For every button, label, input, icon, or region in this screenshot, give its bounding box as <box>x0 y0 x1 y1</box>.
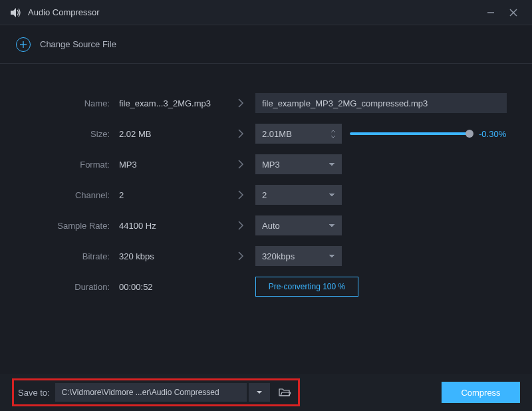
channel-output: 2 <box>262 190 267 200</box>
save-to-group: Save to: C:\Vidmore\Vidmore ...er\Audio … <box>12 378 300 406</box>
sample-rate-label: Sample Rate: <box>20 221 116 231</box>
duration-label: Duration: <box>20 282 116 292</box>
chevron-down-icon <box>329 223 335 227</box>
output-name-input[interactable] <box>255 93 507 113</box>
add-icon <box>16 37 31 52</box>
format-output: MP3 <box>262 160 280 170</box>
bitrate-source: 320 kbps <box>116 251 226 261</box>
bitrate-label: Bitrate: <box>20 251 116 261</box>
folder-icon <box>279 388 291 397</box>
chevron-down-icon <box>329 193 335 197</box>
arrow-icon <box>226 159 255 170</box>
size-label: Size: <box>20 129 116 139</box>
save-path-field[interactable]: C:\Vidmore\Vidmore ...er\Audio Compresse… <box>55 383 247 402</box>
channel-label: Channel: <box>20 190 116 200</box>
row-duration: Duration: 00:00:52 Pre-converting 100 % <box>20 271 512 302</box>
close-button[interactable] <box>504 3 523 22</box>
arrow-icon <box>226 128 255 139</box>
arrow-icon <box>226 98 255 108</box>
format-source: MP3 <box>116 160 226 170</box>
save-path-dropdown[interactable] <box>249 383 270 402</box>
format-label: Format: <box>20 160 116 170</box>
arrow-icon <box>226 220 255 231</box>
app-icon <box>9 8 21 17</box>
chevron-down-icon <box>329 254 335 258</box>
open-folder-button[interactable] <box>275 383 294 402</box>
bitrate-select[interactable]: 320kbps <box>255 246 342 266</box>
title-bar: Audio Compressor <box>0 0 532 25</box>
footer-bar: Save to: C:\Vidmore\Vidmore ...er\Audio … <box>0 374 532 411</box>
arrow-icon <box>226 190 255 200</box>
row-channel: Channel: 2 2 <box>20 180 512 210</box>
sample-rate-select[interactable]: Auto <box>255 215 342 235</box>
settings-form: Name: file_exam...3_2MG.mp3 Size: 2.02 M… <box>0 64 532 302</box>
size-source: 2.02 MB <box>116 129 226 139</box>
name-label: Name: <box>20 98 116 108</box>
stepper-up-icon[interactable] <box>329 129 338 133</box>
slider-knob[interactable] <box>466 130 473 138</box>
size-slider[interactable] <box>350 132 469 135</box>
app-title: Audio Compressor <box>28 7 100 17</box>
name-source: file_exam...3_2MG.mp3 <box>116 98 226 108</box>
size-stepper[interactable]: 2.01MB <box>255 124 342 144</box>
sample-rate-source: 44100 Hz <box>116 221 226 231</box>
stepper-down-icon[interactable] <box>329 134 338 138</box>
row-name: Name: file_exam...3_2MG.mp3 <box>20 88 512 118</box>
row-size: Size: 2.02 MB 2.01MB -0.30% <box>20 118 512 149</box>
channel-source: 2 <box>116 190 226 200</box>
change-source-label: Change Source File <box>40 39 116 49</box>
bitrate-output: 320kbps <box>262 251 295 261</box>
format-select[interactable]: MP3 <box>255 154 342 174</box>
minimize-button[interactable] <box>481 3 500 22</box>
compress-button[interactable]: Compress <box>442 382 520 403</box>
preconvert-button[interactable]: Pre-converting 100 % <box>255 277 358 297</box>
save-to-label: Save to: <box>18 388 50 398</box>
size-delta: -0.30% <box>479 129 506 139</box>
row-sample-rate: Sample Rate: 44100 Hz Auto <box>20 210 512 241</box>
row-format: Format: MP3 MP3 <box>20 149 512 180</box>
chevron-down-icon <box>256 390 263 394</box>
arrow-icon <box>226 251 255 261</box>
duration-source: 00:00:52 <box>116 282 226 292</box>
chevron-down-icon <box>329 162 335 166</box>
channel-select[interactable]: 2 <box>255 185 342 205</box>
sample-rate-output: Auto <box>262 221 280 231</box>
row-bitrate: Bitrate: 320 kbps 320kbps <box>20 241 512 271</box>
change-source-bar[interactable]: Change Source File <box>0 25 532 64</box>
size-output: 2.01MB <box>262 129 292 139</box>
